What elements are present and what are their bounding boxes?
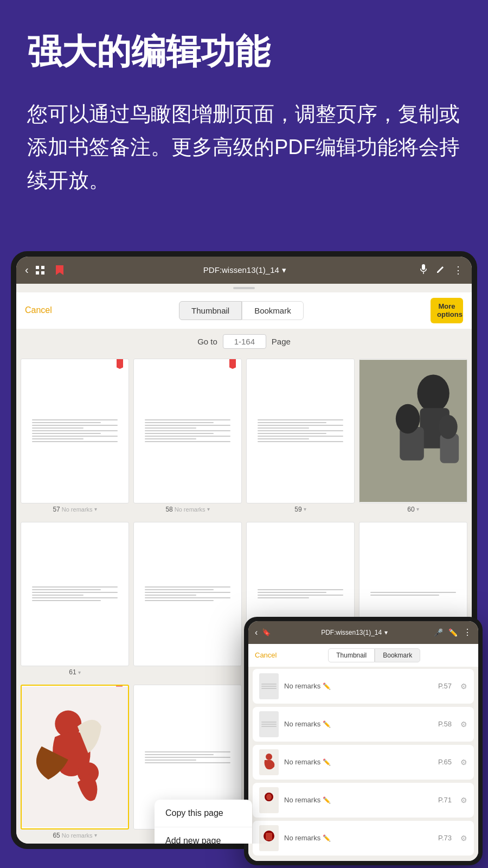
- thumb-chevron-65[interactable]: ▾: [94, 832, 97, 838]
- thumb-lines-59: [258, 419, 343, 442]
- thumb-page-58: [133, 359, 242, 503]
- bm-page-73: P.73: [438, 834, 452, 842]
- gear-icon-73[interactable]: ⚙: [460, 834, 467, 843]
- bm-art-65: [259, 749, 279, 775]
- svg-rect-5: [423, 272, 424, 274]
- context-menu: Copy this page Add new page Modify bookm…: [155, 800, 252, 844]
- thumb-label-65: 65 No remarks ▾: [53, 832, 97, 839]
- second-back-icon[interactable]: ‹: [255, 628, 258, 637]
- bookmark-item-73[interactable]: No remarks ✏️ P.73 ⚙: [253, 821, 474, 856]
- thumb-item-59[interactable]: 59 ▾: [246, 359, 355, 513]
- bookmark-item-57[interactable]: No remarks ✏️ P.57 ⚙: [253, 669, 474, 704]
- topbar-right-icons: ⋮: [419, 264, 463, 276]
- more-icon[interactable]: ⋮: [453, 264, 463, 276]
- bm-thumb-57: [259, 673, 279, 699]
- bookmark-icon[interactable]: [54, 265, 66, 275]
- topbar-icons: [34, 265, 66, 275]
- thumb-chevron-61[interactable]: ▾: [78, 669, 81, 675]
- svg-rect-4: [422, 264, 425, 270]
- bm-art-71: [259, 787, 279, 813]
- thumb-item-58[interactable]: 58 No remarks ▾: [133, 359, 242, 513]
- bm-page-58: P.58: [438, 720, 452, 728]
- second-device: ‹ 🔖 PDF:wissen13(1)_14 ▾ 🎤 ✏️ ⋮ Cancel T…: [244, 617, 483, 865]
- tab-thumbnail[interactable]: Thumbnail: [179, 301, 242, 320]
- thumb-number-65: 65: [53, 832, 60, 839]
- thumb-remarks-57: No remarks: [62, 506, 93, 513]
- svg-rect-23: [266, 833, 272, 840]
- thumb-item-65[interactable]: 65 No remarks ▾: [21, 685, 129, 839]
- page-label: Page: [272, 337, 291, 346]
- goto-label: Go to: [197, 337, 217, 346]
- bm-info-71: No remarks ✏️: [284, 796, 433, 804]
- svg-rect-2: [36, 271, 39, 275]
- grid-icon[interactable]: [34, 265, 46, 275]
- chevron-down-icon[interactable]: ▾: [282, 265, 286, 275]
- gear-icon-58[interactable]: ⚙: [460, 720, 467, 729]
- more-options-button[interactable]: More options: [431, 298, 463, 323]
- edit-icon-73[interactable]: ✏️: [323, 834, 331, 842]
- bookmark-item-58[interactable]: No remarks ✏️ P.58 ⚙: [253, 707, 474, 742]
- mic-icon[interactable]: [419, 264, 428, 276]
- pen-icon[interactable]: [436, 264, 446, 276]
- thumb-page-62: [133, 522, 242, 667]
- thumb-number-59: 59: [294, 506, 301, 513]
- thumb-item-57[interactable]: 57 No remarks ▾: [21, 359, 129, 513]
- second-chevron-icon[interactable]: ▾: [384, 629, 388, 636]
- bookmark-list: No remarks ✏️ P.57 ⚙: [248, 667, 478, 861]
- bm-remarks-58: No remarks ✏️: [284, 720, 433, 728]
- edit-icon-57[interactable]: ✏️: [323, 682, 331, 690]
- bm-page-71: P.71: [438, 796, 452, 804]
- back-icon[interactable]: ‹: [25, 264, 29, 276]
- thumb-item-62[interactable]: [133, 522, 242, 676]
- thumb-label-57: 57 No remarks ▾: [53, 506, 97, 513]
- thumb-chevron-58[interactable]: ▾: [207, 506, 210, 512]
- thumb-chevron-59[interactable]: ▾: [304, 506, 306, 512]
- gear-icon-71[interactable]: ⚙: [460, 796, 467, 805]
- bookmark-item-65[interactable]: No remarks ✏️ P.65 ⚙: [253, 745, 474, 780]
- thumb-page-59: [246, 359, 355, 503]
- thumb-label-60: 60 ▾: [407, 506, 419, 513]
- bm-page-57: P.57: [438, 682, 452, 690]
- svg-point-20: [266, 794, 272, 800]
- svg-rect-3: [41, 271, 44, 275]
- svg-rect-0: [36, 266, 39, 269]
- context-copy-page[interactable]: Copy this page: [155, 800, 252, 827]
- edit-icon-71[interactable]: ✏️: [323, 796, 331, 804]
- thumb-item-60[interactable]: 60 ▾: [359, 359, 467, 513]
- thumb-page-65: [21, 685, 129, 829]
- svg-point-7: [417, 374, 449, 412]
- bookmark-item-71[interactable]: No remarks ✏️ P.71 ⚙: [253, 783, 474, 818]
- bm-remarks-73: No remarks ✏️: [284, 834, 433, 842]
- cancel-button[interactable]: Cancel: [25, 305, 52, 315]
- gear-icon-57[interactable]: ⚙: [460, 682, 467, 691]
- thumb-remarks-58: No remarks: [175, 506, 206, 513]
- edit-icon-65[interactable]: ✏️: [323, 758, 331, 766]
- thumb-lines-57: [32, 419, 118, 442]
- second-bookmark-icon[interactable]: 🔖: [262, 628, 271, 636]
- thumb-bookmark-58: [229, 359, 236, 369]
- second-tab-thumbnail[interactable]: Thumbnail: [328, 648, 375, 662]
- bm-info-58: No remarks ✏️: [284, 720, 433, 728]
- thumb-item-61[interactable]: 61 ▾: [21, 522, 129, 676]
- gear-icon-65[interactable]: ⚙: [460, 758, 467, 767]
- bm-remarks-57: No remarks ✏️: [284, 682, 433, 690]
- thumb-chevron-60[interactable]: ▾: [416, 506, 419, 512]
- thumb-label-58: 58 No remarks ▾: [165, 506, 209, 513]
- second-mic-icon[interactable]: 🎤: [434, 628, 443, 637]
- second-cancel-button[interactable]: Cancel: [255, 651, 277, 659]
- thumb-label-61: 61 ▾: [69, 668, 80, 676]
- thumb-chevron-57[interactable]: ▾: [94, 506, 97, 512]
- second-pen-icon[interactable]: ✏️: [448, 628, 458, 637]
- context-add-page[interactable]: Add new page: [155, 827, 252, 844]
- goto-input[interactable]: [223, 334, 266, 349]
- bm-thumb-58: [259, 711, 279, 737]
- device-section: ‹ PDF:wissen13(1)_14 ▾: [11, 251, 477, 849]
- bm-info-73: No remarks ✏️: [284, 834, 433, 842]
- thumb-number-58: 58: [165, 506, 172, 513]
- second-tab-bookmark[interactable]: Bookmark: [375, 648, 420, 662]
- edit-icon-58[interactable]: ✏️: [323, 720, 331, 728]
- thumb-bookmark-57: [117, 359, 123, 369]
- tab-bookmark[interactable]: Bookmark: [242, 301, 304, 320]
- second-topbar-title: PDF:wissen13(1)_14 ▾: [275, 629, 434, 636]
- second-more-icon[interactable]: ⋮: [463, 627, 472, 637]
